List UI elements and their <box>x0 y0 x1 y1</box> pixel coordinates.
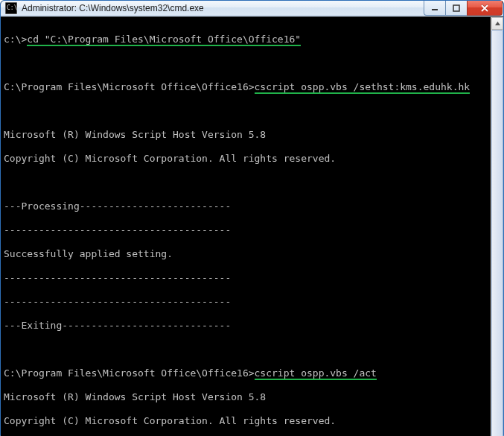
titlebar[interactable]: C:\ Administrator: C:\Windows\system32\c… <box>1 1 503 16</box>
scroll-thumb[interactable] <box>491 30 503 436</box>
svg-rect-4 <box>453 5 459 11</box>
console-area: c:\>cd "C:\Program Files\Microsoft Offic… <box>1 16 503 436</box>
window-title: Administrator: C:\Windows\system32\cmd.e… <box>22 3 424 13</box>
cmd-icon: C:\ <box>5 2 17 14</box>
blank-line <box>4 105 489 117</box>
window-controls <box>424 1 503 16</box>
dashes-line: --------------------------------------- <box>4 296 489 308</box>
exiting-line: ---Exiting----------------------------- <box>4 320 489 332</box>
close-button[interactable] <box>467 1 503 16</box>
applied-line: Successfully applied setting. <box>4 248 489 260</box>
prompt: C:\Program Files\Microsoft Office\Office… <box>4 367 255 379</box>
vertical-scrollbar[interactable] <box>491 17 503 436</box>
prompt: c:\> <box>4 34 27 45</box>
blank-line <box>4 177 489 189</box>
processing-line: ---Processing-------------------------- <box>4 200 489 212</box>
scroll-track[interactable] <box>491 30 503 436</box>
dashes-line: --------------------------------------- <box>4 272 489 284</box>
console-output[interactable]: c:\>cd "C:\Program Files\Microsoft Offic… <box>1 17 491 436</box>
wsh-banner-2: Copyright (C) Microsoft Corporation. All… <box>4 415 489 427</box>
wsh-banner-1: Microsoft (R) Windows Script Host Versio… <box>4 129 489 141</box>
command-cd: cd "C:\Program Files\Microsoft Office\Of… <box>27 34 301 46</box>
minimize-button[interactable] <box>424 1 446 16</box>
wsh-banner-2: Copyright (C) Microsoft Corporation. All… <box>4 153 489 165</box>
cmd-window: C:\ Administrator: C:\Windows\system32\c… <box>0 0 504 436</box>
scroll-up-button[interactable] <box>491 17 503 30</box>
command-act: cscript ospp.vbs /act <box>255 367 377 380</box>
svg-text:C:\: C:\ <box>7 4 17 11</box>
wsh-banner-1: Microsoft (R) Windows Script Host Versio… <box>4 391 489 403</box>
maximize-button[interactable] <box>445 1 468 16</box>
dashes-line: --------------------------------------- <box>4 224 489 236</box>
svg-rect-3 <box>432 9 438 10</box>
blank-line <box>4 344 489 356</box>
blank-line <box>4 57 489 69</box>
prompt: C:\Program Files\Microsoft Office\Office… <box>4 81 255 92</box>
command-sethst: cscript ospp.vbs /sethst:kms.eduhk.hk <box>255 81 470 94</box>
